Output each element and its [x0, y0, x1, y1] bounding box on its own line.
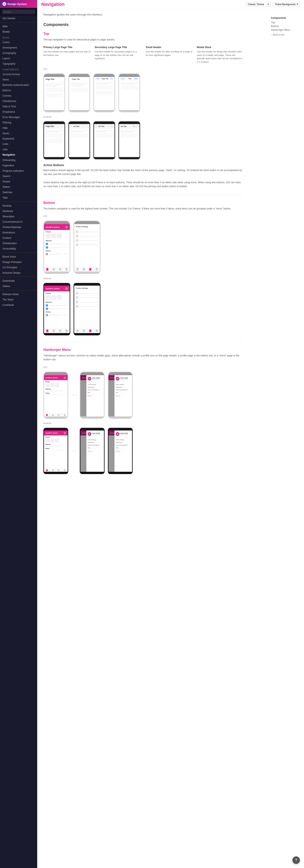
- sidebar-item-contribute[interactable]: Contribute: [0, 302, 37, 308]
- background-select[interactable]: Tinted Background White Background Trans…: [273, 2, 300, 7]
- sidebar-item-camera[interactable]: Camera: [0, 93, 37, 98]
- sidebar-item-layout[interactable]: Layout: [0, 56, 37, 61]
- sidebar-item-sliders[interactable]: Sliders: [0, 184, 37, 190]
- android-label-bottom: Android: [44, 277, 244, 280]
- card-primary-large: Primary Large Page Title Use this header…: [44, 46, 90, 64]
- sidebar: D Design System Get Started Web › Mobile…: [0, 0, 37, 868]
- sidebar-item-typography[interactable]: Typography: [0, 61, 37, 66]
- logo-icon: D: [2, 2, 6, 6]
- sidebar-item-desktop[interactable]: Desktop ›: [0, 203, 37, 209]
- sidebar-item-brand-voice[interactable]: Brand Voice: [0, 254, 37, 259]
- sidebar-item-dropdowns[interactable]: Dropdowns: [0, 109, 37, 115]
- chevron-right-icon-printed: ›: [34, 226, 35, 228]
- arrow-right-icon: →: [72, 393, 76, 397]
- search-input[interactable]: [2, 9, 35, 14]
- intro-text: Navigation guides the users through the …: [44, 13, 244, 16]
- sidebar-item-biometric[interactable]: Biometric Authentication: [0, 82, 37, 88]
- theme-select[interactable]: Classic Theme Dark Theme Light Theme: [246, 2, 271, 7]
- android-phone-2: ← Alt Title: [68, 121, 90, 159]
- card-secondary-large: Secondary Large Page Title Use this head…: [95, 46, 142, 64]
- android-bottom-phone-1: SendPro Online Presets Watched: [44, 283, 70, 335]
- sidebar-item-design-principles[interactable]: Design Principles: [0, 259, 37, 265]
- sidebar-item-mobile[interactable]: Mobile ⌄: [0, 29, 37, 34]
- sidebar-item-illustrations[interactable]: Illustrations ›: [0, 230, 37, 235]
- bottom-subsection-title: Bottom: [44, 201, 244, 205]
- main-content: Navigation Classic Theme Dark Theme Ligh…: [37, 0, 304, 868]
- ios-bottom-phone-1: SendPro Online Presets Watched: [44, 221, 70, 274]
- logo[interactable]: D Design System: [0, 0, 37, 8]
- ios-bottom-phone-2: Printer Settings: [74, 221, 101, 274]
- action-buttons-section: Action Buttons Back buttons should appea…: [44, 163, 244, 188]
- ios-label-hamburger: iOS: [44, 366, 244, 368]
- sidebar-item-downloads[interactable]: Downloads: [0, 278, 37, 284]
- sidebar-item-content[interactable]: Content ›: [0, 235, 37, 241]
- sidebar-item-progress[interactable]: Progress Indicators: [0, 168, 37, 174]
- toc-link-hamburger[interactable]: Hamburger Menu: [271, 28, 300, 32]
- sidebar-item-web[interactable]: Web ›: [0, 24, 37, 29]
- sidebar-item-the-team[interactable]: The Team: [0, 297, 37, 302]
- ios-phone-primary-large: Page Title: [44, 73, 65, 112]
- page-body: Navigation guides the users through the …: [37, 9, 285, 498]
- sidebar-item-cx-principles[interactable]: CX Principles: [0, 265, 37, 270]
- android-label-top: Android: [44, 116, 244, 118]
- sidebar-item-tabs[interactable]: Tabs: [0, 195, 37, 200]
- card-desc: Use this header for secondary pages on a…: [95, 50, 142, 60]
- card-title: Secondary Large Page Title: [95, 46, 142, 49]
- sidebar-item-alerts[interactable]: Alerts: [0, 77, 37, 82]
- android-phone-4: Alt Title 🔍 ⋮: [118, 121, 140, 159]
- sidebar-item-iconography[interactable]: Iconography: [0, 50, 37, 56]
- sidebar-item-links[interactable]: Links: [0, 142, 37, 147]
- sidebar-item-navigation[interactable]: Navigation: [0, 152, 37, 157]
- ios-hamburger-phone-3: SendPro Online JS John Smith account nam…: [108, 372, 133, 419]
- sidebar-item-hardware[interactable]: Hardware ›: [0, 209, 37, 214]
- action-buttons-desc-2: Action buttons may be used on the right …: [44, 181, 244, 188]
- back-to-top[interactable]: ↑ Back to top: [271, 33, 300, 36]
- sidebar-item-sheets[interactable]: Sheets: [0, 179, 37, 184]
- android-hamburger-phone-1: SendPro Online Presets Watched H: [44, 428, 68, 474]
- sidebar-item-wearables[interactable]: Wearables ›: [0, 214, 37, 219]
- sidebar-item-help[interactable]: Help: [0, 125, 37, 131]
- sidebar-item-search[interactable]: Search: [0, 174, 37, 179]
- sidebar-item-inclusive-design[interactable]: Inclusive Design: [0, 270, 37, 276]
- sidebar-item-get-started[interactable]: Get Started: [0, 16, 37, 21]
- card-modal-stack: Modal Stack Use this header for things t…: [197, 46, 244, 64]
- android-phone-1: Page title: [44, 121, 65, 159]
- sidebar-item-error-messages[interactable]: Error Messages: [0, 115, 37, 120]
- sidebar-item-release-notes[interactable]: Release Notes: [0, 291, 37, 297]
- toc-link-bottom[interactable]: Bottom: [271, 24, 300, 28]
- sidebar-item-keyboards[interactable]: Keyboards: [0, 136, 37, 142]
- toc-link-top[interactable]: Top: [271, 21, 300, 24]
- ios-label-bottom: iOS: [44, 215, 244, 217]
- sidebar-item-colors[interactable]: Colors: [0, 40, 37, 45]
- sidebar-item-switches[interactable]: Switches: [0, 190, 37, 195]
- sidebar-item-conversational[interactable]: Conversational-UI ›: [0, 219, 37, 224]
- sidebar-item-onboarding[interactable]: Onboarding: [0, 157, 37, 163]
- hamburger-subsection-desc: "Hamburger" menus are less common on nat…: [44, 354, 244, 362]
- chevron-down-icon: ⌄: [33, 31, 35, 33]
- sidebar-item-accessibility[interactable]: Accessibility ›: [0, 246, 37, 251]
- arrow-right-icon-android: →: [72, 449, 76, 453]
- chevron-right-icon-access: ›: [34, 248, 35, 250]
- components-section-header: COMPONENTS: [0, 66, 37, 72]
- sidebar-item-buttons[interactable]: Buttons: [0, 88, 37, 93]
- page-title: Navigation: [42, 2, 64, 7]
- sidebar-item-checkboxes[interactable]: Checkboxes: [0, 98, 37, 104]
- help-button[interactable]: ?: [293, 857, 300, 864]
- search-container: [0, 8, 37, 16]
- sidebar-item-printed[interactable]: Printed-Materials ›: [0, 224, 37, 230]
- sidebar-item-datetime[interactable]: Date & Time: [0, 104, 37, 109]
- sidebar-item-lists[interactable]: Lists: [0, 147, 37, 152]
- card-desc: Use this header for after scrolling on a…: [146, 50, 193, 57]
- sidebar-item-account-access[interactable]: Account Access: [0, 72, 37, 77]
- sidebar-item-videos[interactable]: Videos: [0, 284, 37, 289]
- sidebar-item-inputs[interactable]: Inputs: [0, 131, 37, 136]
- sidebar-item-globalization[interactable]: Globalization ›: [0, 241, 37, 246]
- android-phones-bottom: SendPro Online Presets Watched: [44, 283, 244, 335]
- sidebar-item-development[interactable]: Development: [0, 45, 37, 50]
- hamburger-subsection-title: Hamburger Menu: [44, 348, 244, 352]
- card-title: Modal Stack: [197, 46, 244, 49]
- android-phones-top: Page title ←: [44, 121, 244, 159]
- sidebar-item-filtering[interactable]: Filtering: [0, 120, 37, 125]
- sidebar-item-pagination[interactable]: Pagination: [0, 163, 37, 168]
- components-section-title: Components: [44, 22, 244, 27]
